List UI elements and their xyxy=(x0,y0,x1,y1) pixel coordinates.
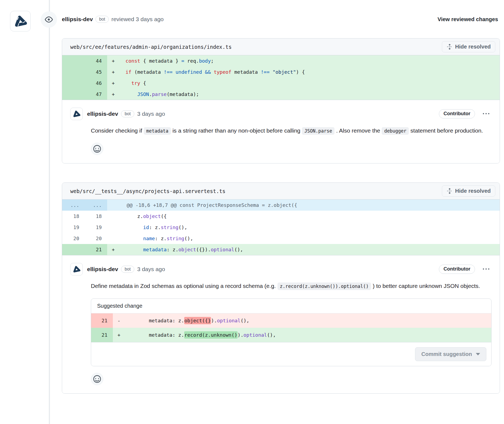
add-reaction-button[interactable] xyxy=(91,143,103,155)
avatar[interactable] xyxy=(10,11,31,31)
fold-icon xyxy=(446,188,453,194)
view-reviewed-changes-link[interactable]: View reviewed changes xyxy=(438,16,498,23)
suggested-change-panel: Suggested change 21- metadata: z.object(… xyxy=(91,298,492,366)
commit-suggestion-label: Commit suggestion xyxy=(421,351,472,357)
comment-body: Consider checking if metadata is a strin… xyxy=(91,126,492,136)
review-comment: ellipsis-dev bot 3 days ago Contributor … xyxy=(62,100,500,163)
comment-timestamp[interactable]: 3 days ago xyxy=(137,111,165,117)
smiley-icon xyxy=(93,145,101,153)
kebab-menu-button[interactable] xyxy=(483,266,489,272)
review-action: reviewed 3 days ago xyxy=(111,16,164,23)
comment-author[interactable]: ellipsis-dev xyxy=(87,111,118,117)
diff-line: 46+ try { xyxy=(62,78,500,89)
diff-line: 21+ metadata: z.record(z.unknown()).opti… xyxy=(91,328,491,342)
file-header: web/src/__tests__/async/projects-api.ser… xyxy=(62,183,500,200)
chevron-down-icon xyxy=(476,353,480,355)
avatar[interactable] xyxy=(70,263,83,275)
contributor-badge: Contributor xyxy=(439,109,475,118)
hide-resolved-button[interactable]: Hide resolved xyxy=(442,185,495,197)
review-thread-card: web/src/ee/features/admin-api/organizati… xyxy=(62,38,500,163)
suggestion-diff: 21- metadata: z.object({}).optional(),21… xyxy=(91,313,491,342)
eye-icon xyxy=(41,11,57,28)
avatar[interactable] xyxy=(70,108,83,120)
kebab-menu-button[interactable] xyxy=(483,111,489,117)
smiley-icon xyxy=(93,375,101,383)
inline-code: z.record(z.unknown()).optional() xyxy=(277,282,371,290)
bot-badge: bot xyxy=(121,266,134,273)
contributor-badge: Contributor xyxy=(439,265,475,274)
ellipsis-logo-icon xyxy=(12,13,28,29)
review-thread-card: web/src/__tests__/async/projects-api.ser… xyxy=(62,182,500,394)
fold-icon xyxy=(446,44,453,50)
file-path-link[interactable]: web/src/__tests__/async/projects-api.ser… xyxy=(70,188,225,194)
file-header: web/src/ee/features/admin-api/organizati… xyxy=(62,38,500,55)
diff-line: 1919 id: z.string(), xyxy=(62,222,500,233)
diff-block: 44+ const { metadata } = req.body;45+ if… xyxy=(62,55,500,100)
suggested-change-title: Suggested change xyxy=(91,299,491,313)
diff-line: 45+ if (metadata !== undefined && typeof… xyxy=(62,66,500,78)
diff-line: 21- metadata: z.object({}).optional(), xyxy=(91,313,491,328)
file-path-link[interactable]: web/src/ee/features/admin-api/organizati… xyxy=(70,44,232,50)
diff-line: 1818 z.object({ xyxy=(62,211,500,222)
kebab-horizontal-icon xyxy=(483,266,489,272)
comment-body: Define metadata in Zod schemas as option… xyxy=(91,281,492,291)
inline-code: JSON.parse xyxy=(302,127,334,135)
review-author[interactable]: ellipsis-dev xyxy=(62,16,93,23)
diff-line: ......@@ -18,6 +18,7 @@ const ProjectRes… xyxy=(62,200,500,211)
diff-line: 44+ const { metadata } = req.body; xyxy=(62,55,500,66)
diff-line: 21+ metadata: z.object({}).optional(), xyxy=(62,244,500,255)
hide-resolved-label: Hide resolved xyxy=(455,188,491,194)
review-header: ellipsis-dev bot reviewed 3 days ago Vie… xyxy=(0,0,504,35)
diff-line: 47+ JSON.parse(metadata); xyxy=(62,89,500,100)
hide-resolved-label: Hide resolved xyxy=(455,44,491,50)
comment-author[interactable]: ellipsis-dev xyxy=(87,266,118,272)
add-reaction-button[interactable] xyxy=(91,373,103,385)
inline-code: metadata xyxy=(144,127,171,135)
commit-suggestion-button[interactable]: Commit suggestion xyxy=(415,347,486,361)
comment-timestamp[interactable]: 3 days ago xyxy=(137,266,165,272)
diff-line: 2020 name: z.string(), xyxy=(62,233,500,244)
diff-block: ......@@ -18,6 +18,7 @@ const ProjectRes… xyxy=(62,200,500,255)
inline-code: debugger xyxy=(382,127,409,135)
kebab-horizontal-icon xyxy=(483,111,489,117)
review-comment: ellipsis-dev bot 3 days ago Contributor … xyxy=(62,255,500,393)
timeline-line xyxy=(49,0,50,424)
ellipsis-logo-icon xyxy=(72,265,81,274)
bot-badge: bot xyxy=(121,110,134,117)
bot-badge: bot xyxy=(95,16,109,23)
hide-resolved-button[interactable]: Hide resolved xyxy=(442,41,495,52)
ellipsis-logo-icon xyxy=(72,109,81,118)
